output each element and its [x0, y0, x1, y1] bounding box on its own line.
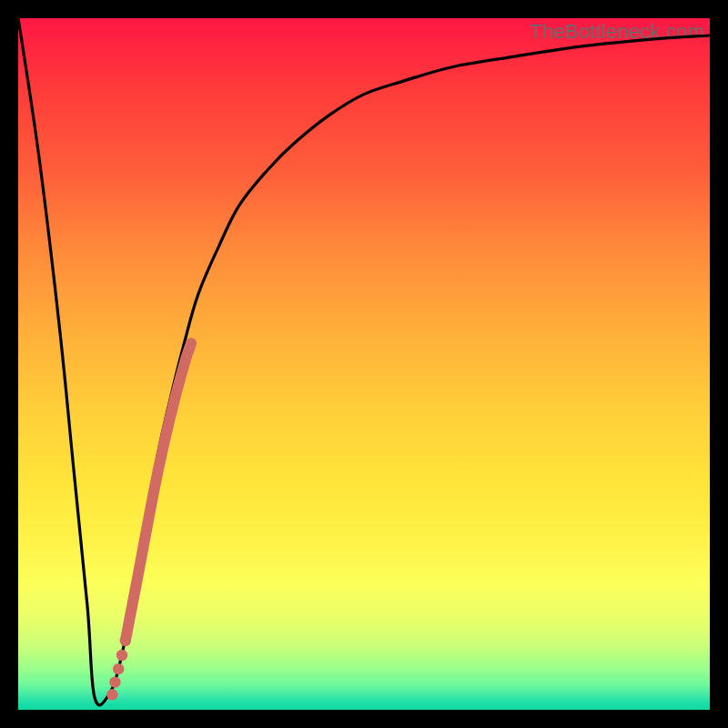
- data-point: [113, 663, 124, 674]
- data-point: [120, 635, 131, 646]
- chart-frame: { "watermark": "TheBottleneck.com", "cha…: [0, 0, 728, 728]
- main-curve: [18, 18, 710, 705]
- dots-group: [106, 635, 131, 701]
- plot-area: TheBottleneck.com: [18, 18, 710, 710]
- curve-layer: [18, 18, 710, 710]
- data-point: [116, 650, 127, 661]
- highlight-segment: [126, 343, 191, 637]
- data-point: [109, 676, 120, 687]
- data-point: [106, 689, 117, 700]
